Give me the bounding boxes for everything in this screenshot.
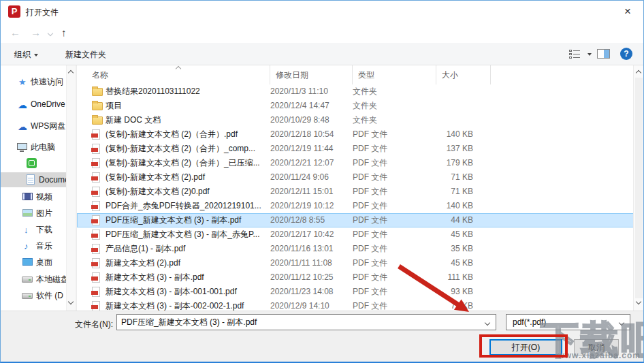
- scroll-up-icon[interactable]: [68, 70, 74, 76]
- list-header-row: 名称 修改日期 类型 大小: [77, 65, 633, 84]
- scrollbar-thumb[interactable]: [635, 78, 643, 298]
- help-icon[interactable]: ?: [620, 48, 632, 60]
- filename-input[interactable]: [121, 317, 475, 328]
- document-icon: [27, 174, 35, 185]
- sidebar-item-quick-access[interactable]: ★快速访问: [1, 74, 66, 89]
- disk-icon: [22, 277, 33, 283]
- scroll-down-icon[interactable]: [636, 299, 641, 304]
- table-row[interactable]: PDF合并_赤兔PDF转换器_20201219101...2020/12/19 …: [77, 199, 633, 213]
- recent-locations-icon[interactable]: [48, 31, 53, 36]
- column-header-type[interactable]: 类型: [353, 65, 436, 84]
- preview-pane-icon[interactable]: [597, 49, 610, 59]
- table-row[interactable]: (复制)-新建文本文档 (2).pdf2020/11/24 9:06PDF 文件…: [77, 170, 633, 185]
- filename-combobox[interactable]: [116, 314, 496, 330]
- column-header-date[interactable]: 修改日期: [270, 65, 353, 84]
- up-icon[interactable]: ↑: [61, 27, 67, 39]
- table-row[interactable]: 项目2020/12/4 14:47文件夹: [77, 99, 633, 113]
- table-row[interactable]: 产品信息(1) - 副本.pdf2020/11/16 13:01PDF 文件35…: [77, 242, 633, 256]
- star-icon: ★: [18, 75, 27, 89]
- sidebar-item-documents[interactable]: Documents: [1, 172, 66, 187]
- view-dropdown-icon[interactable]: [587, 53, 592, 56]
- view-list-icon[interactable]: [569, 50, 580, 59]
- close-icon[interactable]: ×: [619, 3, 637, 20]
- table-row[interactable]: 新建文本文档 (3) - 副本-002-002-1.pdf2020/12/9 1…: [77, 299, 633, 311]
- column-header-name[interactable]: 名称: [77, 65, 270, 84]
- app-icon: P: [8, 5, 20, 18]
- annotation-rectangle: [479, 334, 568, 358]
- list-scrollbar[interactable]: [633, 65, 644, 311]
- forward-icon[interactable]: →: [31, 27, 41, 39]
- command-toolbar: 组织 新建文件夹 ?: [1, 43, 643, 65]
- table-row[interactable]: (复制)-新建文本文档 (2)（合并）_已压缩...2020/12/21 12:…: [77, 156, 633, 170]
- sidebar-item-music[interactable]: ♪音乐: [1, 238, 66, 253]
- back-icon[interactable]: ←: [10, 27, 20, 39]
- table-row[interactable]: 新建文本文档 (3) - 副本-001-001.pdf2020/11/23 14…: [77, 285, 633, 299]
- sidebar-scrollbar[interactable]: [67, 65, 76, 311]
- filetype-value: pdf(*.pdf): [513, 317, 546, 327]
- sidebar-item-local-disk[interactable]: 本地磁盘: [1, 272, 66, 287]
- sidebar-item-videos[interactable]: 视频: [1, 189, 66, 204]
- new-folder-button[interactable]: 新建文件夹: [65, 49, 106, 61]
- table-row[interactable]: (复制)-新建文本文档 (2)（合并）_comp...2020/12/19 11…: [77, 142, 633, 156]
- green-app-icon: [27, 158, 37, 168]
- open-file-dialog: P 打开文件 × ← → ↑ 此电脑 Documents ↻ 组织 新建文件夹: [0, 0, 644, 363]
- sidebar-item-pictures[interactable]: 图片: [1, 206, 66, 221]
- table-row[interactable]: 替换结果202011031110222020/11/3 11:10文件夹: [77, 84, 633, 99]
- filename-label: 文件名(N):: [65, 319, 113, 330]
- cloud-icon: ☁: [18, 97, 27, 112]
- table-row[interactable]: (复制)-新建文本文档 (2)（合并）.pdf2020/12/18 10:54P…: [77, 127, 633, 142]
- organize-button[interactable]: 组织: [14, 49, 38, 61]
- picture-icon: [22, 209, 33, 217]
- table-row[interactable]: 新建文本文档 (2).pdf2020/11/11 11:08PDF 文件45 K…: [77, 256, 633, 270]
- sidebar-item-downloads[interactable]: ↓下载: [1, 222, 66, 237]
- dialog-title: 打开文件: [26, 7, 59, 18]
- scroll-up-icon[interactable]: [636, 70, 641, 76]
- disk-icon: [22, 293, 33, 299]
- navigation-pane: ★快速访问 ☁OneDrive ☁WPS网盘 此电脑 Documents 视频 …: [1, 65, 66, 311]
- sidebar-item-wps-cloud[interactable]: ☁WPS网盘: [1, 119, 66, 133]
- column-header-size[interactable]: 大小: [436, 65, 491, 84]
- sidebar-item-desktop[interactable]: 桌面: [1, 255, 66, 270]
- download-arrow-icon: ↓: [24, 223, 29, 237]
- table-row-selected[interactable]: PDF压缩_新建文本文档 (3) - 副本.pdf2020/12/8 8:55P…: [77, 213, 633, 227]
- table-row[interactable]: PDF压缩_新建文本文档 (3) - 副本_赤兔P...2020/12/17 1…: [77, 227, 633, 242]
- sidebar-item-green-app[interactable]: [1, 156, 66, 171]
- sidebar-item-software-d[interactable]: 软件 (D: [1, 288, 66, 303]
- table-row[interactable]: 新建 DOC 文档2020/10/29 8:48文件夹: [77, 113, 633, 127]
- scroll-down-icon[interactable]: [68, 299, 74, 304]
- monitor-icon: [17, 143, 27, 150]
- sidebar-item-this-pc[interactable]: 此电脑: [1, 140, 66, 155]
- cloud-icon: ☁: [18, 119, 27, 133]
- table-row[interactable]: 新建文本文档 (3) - 副本.pdf2020/11/12 10:25PDF 文…: [77, 270, 633, 285]
- music-note-icon: ♪: [24, 239, 29, 253]
- table-row[interactable]: (复制)-新建文本文档 (2)0.pdf2020/12/11 15:01PDF …: [77, 185, 633, 199]
- chevron-down-icon: [34, 54, 38, 57]
- file-list: 名称 修改日期 类型 大小 替换结果202011031110222020/11/…: [76, 65, 633, 311]
- sidebar-item-onedrive[interactable]: ☁OneDrive: [1, 97, 66, 112]
- video-icon: [22, 193, 33, 200]
- title-bar: P 打开文件 ×: [1, 1, 643, 22]
- filetype-select[interactable]: pdf(*.pdf): [506, 314, 630, 330]
- cancel-button[interactable]: 取消: [574, 339, 619, 356]
- navigation-bar: ← → ↑ 此电脑 Documents ↻: [1, 22, 643, 43]
- desktop-icon: [22, 258, 33, 266]
- chevron-down-icon[interactable]: [485, 320, 490, 326]
- chevron-down-icon[interactable]: [619, 320, 624, 326]
